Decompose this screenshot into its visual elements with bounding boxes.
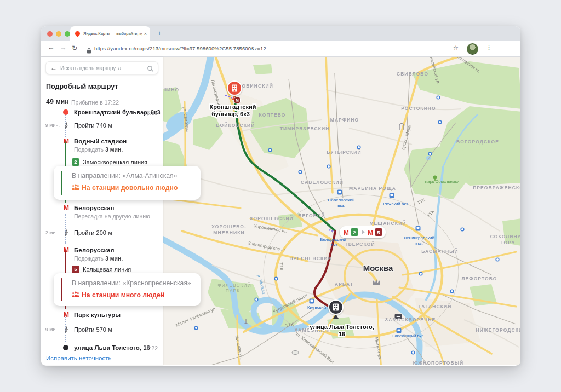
route-step-walk[interactable]: 2 мин. Пройти 200 м bbox=[41, 228, 163, 237]
rail-terminal-label: Павелецкий вкз. bbox=[392, 333, 425, 338]
back-arrow-icon[interactable]: ← bbox=[50, 64, 57, 72]
browser-toolbar: ← → ↻ https://yandex.ru/maps/213/moscow/… bbox=[41, 41, 520, 57]
district-label: СВИБЛОВО bbox=[397, 71, 428, 77]
step-time: 16:33 bbox=[144, 109, 158, 116]
rail-terminal-label: вкз. bbox=[415, 241, 423, 246]
step-time: 17:22 bbox=[144, 345, 158, 351]
walk-action: Пройти 570 м bbox=[74, 326, 112, 333]
address-bar[interactable]: https://yandex.ru/maps/213/moscow/?ll=37… bbox=[94, 45, 266, 51]
district-label: СОКОЛИНАЯ bbox=[490, 234, 520, 239]
browser-window: Яндекс.Карты — выбирайте, ку × + ← → ↻ h… bbox=[41, 26, 520, 366]
route-step-station[interactable]: М Парк культуры bbox=[41, 310, 163, 319]
district-label: ТВЕРСКОЙ bbox=[345, 241, 375, 247]
district-label: ГОРА bbox=[501, 240, 516, 245]
metro-m-icon: М bbox=[62, 311, 71, 319]
district-label: САВЁЛОВСКИЙ bbox=[301, 179, 344, 185]
back-icon[interactable]: ← bbox=[48, 44, 55, 51]
park-label: ФИЛЁВСКИЙ bbox=[217, 282, 251, 288]
district-label: МАРФИНО bbox=[330, 117, 359, 123]
district-label: БЕГОВОЙ bbox=[298, 212, 325, 218]
divider bbox=[41, 95, 163, 95]
station-name: Парк культуры bbox=[74, 312, 121, 318]
park-label: парк Сокольники bbox=[425, 179, 460, 184]
end-pin-label: улица Льва Толстого, bbox=[310, 324, 374, 330]
minimize-window-button[interactable] bbox=[56, 31, 61, 37]
route-duration: 49 мин bbox=[46, 98, 69, 106]
city-label: Москва bbox=[363, 263, 393, 273]
profile-avatar[interactable] bbox=[467, 43, 478, 55]
district-label: БАСМАННЫЙ bbox=[421, 248, 459, 254]
svg-text:М: М bbox=[236, 99, 239, 102]
walk-action: Пройти 200 м bbox=[74, 229, 112, 236]
forward-icon[interactable]: → bbox=[60, 44, 67, 51]
search-along-route-box[interactable]: ← bbox=[45, 61, 158, 74]
station-note: Пересадка на другую линию bbox=[41, 213, 163, 222]
district-label: БУТЫРСКИЙ bbox=[327, 149, 362, 155]
bookmark-star-icon[interactable]: ☆ bbox=[453, 44, 459, 51]
reload-icon[interactable]: ↻ bbox=[72, 44, 77, 52]
district-label: БОГОРОДСКОЕ bbox=[456, 139, 499, 145]
browser-tab[interactable]: Яндекс.Карты — выбирайте, ку × bbox=[70, 26, 150, 41]
line5-bar bbox=[61, 278, 62, 301]
metro-m-icon: М bbox=[62, 246, 71, 254]
walk-duration: 9 мин. bbox=[41, 123, 60, 128]
district-label: МНЁВНИКИ bbox=[213, 230, 244, 235]
walk-duration: 2 мин. bbox=[41, 230, 60, 235]
start-pin-label: Кронштадтский bbox=[210, 103, 256, 110]
route-step-walk[interactable]: 9 мин. Пройти 740 м bbox=[41, 121, 163, 130]
tab-strip: Яндекс.Карты — выбирайте, ку × + bbox=[41, 26, 520, 41]
metro-m-icon: М bbox=[62, 137, 71, 145]
station-note: Подождать 3 мин. bbox=[41, 146, 163, 155]
district-label: ТАГАНСКИЙ bbox=[419, 303, 452, 309]
line-name: Кольцевая линия bbox=[83, 266, 131, 273]
route-step-origin[interactable]: Кронштадтский бульвар, 6к3 16:33 bbox=[41, 108, 163, 117]
district-label: РОСТОКИНО bbox=[401, 106, 436, 111]
district-label: ПРЕСНЕНСКИЙ bbox=[289, 255, 331, 261]
maximize-window-button[interactable] bbox=[65, 31, 70, 37]
district-label: ЮЖНОПОРТОВЫЙ bbox=[413, 360, 464, 365]
district-label: МЕЩАНСКИЙ bbox=[369, 220, 406, 226]
route-step-station[interactable]: М Белорусская bbox=[41, 246, 163, 255]
metro-m-icon: М bbox=[62, 204, 71, 212]
district-label: ПРЕОБРАЖЕНСКОЕ bbox=[473, 185, 520, 191]
search-icon[interactable] bbox=[147, 65, 154, 74]
station-name: Белорусская bbox=[74, 247, 114, 253]
report-inaccuracy-link[interactable]: Исправить неточность bbox=[46, 355, 111, 361]
rail-terminal-label: вкз. bbox=[331, 243, 339, 247]
transfer-badge[interactable]: М 2 М 5 bbox=[340, 226, 386, 238]
park-label: ПАРК bbox=[226, 288, 240, 293]
map-canvas[interactable]: ГОЛОВИНСКИЙ КОПТЕВО ВОЙКОВСКИЙ ТИМИРЯЗЕВ… bbox=[163, 57, 520, 365]
route-step-destination[interactable]: улица Льва Толстого, 16 17:22 bbox=[41, 343, 163, 352]
district-label: МАРЬИНА РОЩА bbox=[349, 186, 396, 191]
pedestrian-icon bbox=[64, 122, 69, 131]
station-name: Водный стадион bbox=[74, 138, 127, 145]
district-label: ХОРОШЁВО- bbox=[211, 224, 247, 229]
start-metro-marker: М bbox=[234, 97, 241, 103]
route-step-walk[interactable]: 9 мин. Пройти 570 м bbox=[41, 325, 163, 334]
tab-close-icon[interactable]: × bbox=[144, 31, 147, 37]
crowding-callout-line5: В направлении: «Краснопресненская» На ст… bbox=[54, 273, 201, 306]
origin-dot-icon bbox=[63, 109, 68, 115]
lock-icon bbox=[87, 46, 91, 56]
crowding-callout-line2: В направлении: «Алма-Атинская» На станци… bbox=[54, 166, 201, 200]
close-window-button[interactable] bbox=[47, 31, 53, 37]
metro-m-icon: М bbox=[344, 229, 349, 236]
crowding-text: На станции много людей bbox=[72, 291, 164, 299]
rail-terminal-label: Белорусский bbox=[320, 237, 346, 242]
new-tab-button[interactable]: + bbox=[154, 29, 164, 39]
rail-terminal-label: Савёловский bbox=[328, 198, 355, 203]
route-step-station[interactable]: М Водный стадион bbox=[41, 137, 163, 146]
browser-menu-icon[interactable]: ⋮ bbox=[486, 44, 492, 51]
walk-duration: 9 мин. bbox=[41, 327, 60, 332]
route-step-station[interactable]: М Белорусская bbox=[41, 204, 163, 212]
direction-text: В направлении: «Алма-Атинская» bbox=[72, 172, 177, 180]
district-label: ЛЕФОРТОВО bbox=[461, 276, 497, 281]
tab-title: Яндекс.Карты — выбирайте, ку bbox=[83, 31, 142, 36]
line-2-number: 2 bbox=[353, 229, 356, 235]
district-label: ТУШИНО bbox=[163, 87, 179, 93]
search-input[interactable] bbox=[60, 62, 144, 73]
start-pin-label: бульвар, 6к3 bbox=[211, 111, 250, 117]
district-label: ЗАМОСКВОРЕЧЬЕ bbox=[385, 317, 436, 322]
line2-bar bbox=[61, 171, 62, 195]
district-label: КОПТЕВО bbox=[259, 112, 285, 118]
